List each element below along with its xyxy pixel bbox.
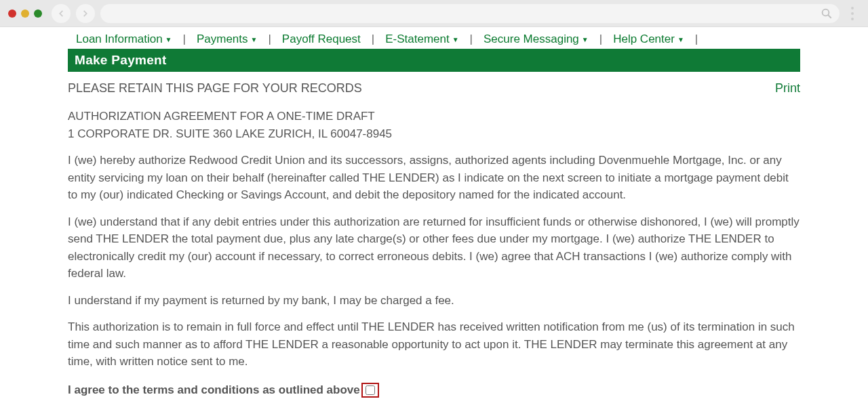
agree-checkbox-highlight	[361, 383, 379, 398]
nav-label: Secure Messaging	[484, 33, 579, 46]
nav-secure-messaging[interactable]: Secure Messaging ▼	[478, 33, 594, 46]
browser-chrome	[0, 0, 868, 27]
chevron-down-icon: ▼	[582, 36, 589, 43]
retain-notice: PLEASE RETAIN THIS PAGE FOR YOUR RECORDS	[68, 81, 362, 96]
nav-separator: |	[370, 33, 376, 46]
main-nav: Loan Information ▼ | Payments ▼ | Payoff…	[68, 27, 800, 49]
browser-forward-button[interactable]	[76, 4, 95, 23]
nav-separator: |	[469, 33, 474, 46]
nav-separator: |	[267, 33, 272, 46]
nav-help-center[interactable]: Help Center ▼	[608, 33, 690, 46]
agreement-paragraph-3: I understand if my payment is returned b…	[68, 292, 800, 310]
window-minimize-icon[interactable]	[21, 9, 29, 18]
browser-menu-button[interactable]	[845, 7, 860, 20]
agree-row: I agree to the terms and conditions as o…	[68, 383, 800, 398]
retain-row: PLEASE RETAIN THIS PAGE FOR YOUR RECORDS…	[68, 81, 800, 96]
agreement-paragraph-2: I (we) understand that if any debit entr…	[68, 213, 800, 282]
nav-label: Payoff Request	[282, 33, 361, 46]
nav-loan-information[interactable]: Loan Information ▼	[71, 33, 178, 46]
svg-line-1	[828, 15, 831, 18]
window-maximize-icon[interactable]	[34, 9, 42, 18]
nav-payments[interactable]: Payments ▼	[191, 33, 263, 46]
nav-label: E-Statement	[385, 33, 450, 46]
agree-label: I agree to the terms and conditions as o…	[68, 383, 360, 397]
url-bar[interactable]	[100, 4, 840, 23]
nav-separator: |	[694, 33, 699, 46]
nav-e-statement[interactable]: E-Statement ▼	[380, 33, 464, 46]
window-close-icon[interactable]	[8, 9, 16, 18]
nav-label: Help Center	[613, 33, 675, 46]
nav-separator: |	[182, 33, 187, 46]
agreement-paragraph-1: I (we) hereby authorize Redwood Credit U…	[68, 152, 800, 204]
search-icon	[821, 7, 833, 20]
authorization-heading: AUTHORIZATION AGREEMENT FOR A ONE-TIME D…	[68, 108, 800, 125]
print-link[interactable]: Print	[775, 81, 800, 96]
agree-checkbox[interactable]	[366, 385, 375, 395]
nav-label: Payments	[197, 33, 248, 46]
browser-back-button[interactable]	[52, 4, 71, 23]
page-banner: Make Payment	[68, 49, 800, 72]
authorization-header-block: AUTHORIZATION AGREEMENT FOR A ONE-TIME D…	[68, 108, 800, 142]
chevron-down-icon: ▼	[165, 36, 172, 43]
lender-address: 1 CORPORATE DR. SUITE 360 LAKE ZURICH, I…	[68, 125, 800, 143]
svg-point-0	[823, 9, 829, 16]
chevron-down-icon: ▼	[452, 36, 459, 43]
banner-title: Make Payment	[75, 53, 167, 67]
nav-payoff-request[interactable]: Payoff Request	[277, 33, 366, 46]
page-viewport[interactable]: Loan Information ▼ | Payments ▼ | Payoff…	[0, 27, 868, 420]
agreement-paragraph-4: This authorization is to remain in full …	[68, 318, 800, 371]
chevron-down-icon: ▼	[677, 36, 684, 43]
page-container: Loan Information ▼ | Payments ▼ | Payoff…	[68, 27, 800, 420]
nav-label: Loan Information	[76, 33, 163, 46]
nav-separator: |	[598, 33, 604, 46]
chevron-down-icon: ▼	[251, 36, 258, 43]
window-controls	[8, 9, 42, 18]
